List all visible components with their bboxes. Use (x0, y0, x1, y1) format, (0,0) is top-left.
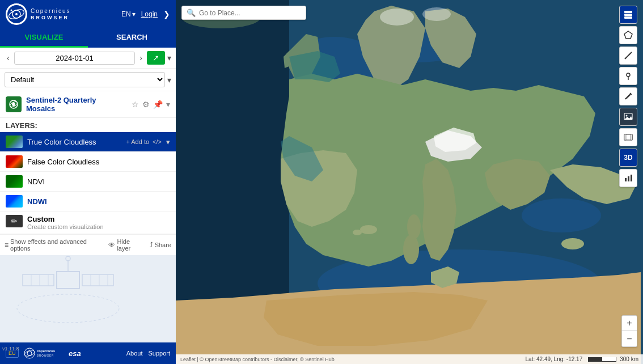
map-scale: 300 km (588, 356, 638, 362)
map-bottom-bar: Leaflet | © OpenStreetMap contributors -… (176, 354, 643, 364)
layer-item-ndvi[interactable]: NDVI (0, 172, 176, 192)
dataset-pin-button[interactable]: 📌 (153, 100, 163, 109)
date-bar: ‹ › ↗ ▾ (0, 48, 176, 69)
svg-point-3 (15, 13, 18, 15)
dataset-sliders-button[interactable]: ⚙ (142, 100, 150, 109)
footer: EU copernicus BROWSER esa About Support (0, 342, 176, 364)
polygon-tool-button[interactable] (619, 26, 637, 44)
layer-name-ndvi: NDVI (27, 177, 170, 186)
svg-point-4 (11, 10, 12, 11)
version-badge: v1.11.8 (0, 345, 22, 353)
default-select[interactable]: Default (5, 72, 165, 87)
hide-layer-link[interactable]: 👁 Hide layer (108, 238, 142, 252)
brand-name: Copernicus BROWSER (31, 8, 71, 21)
layer-item-ndwi[interactable]: NDWI (0, 192, 176, 211)
dataset-name: Sentinel-2 QuarterlyMosaics (26, 96, 127, 113)
layer-item-true-color[interactable]: True Color Cloudless + Add to </> ▾ (0, 132, 176, 152)
tabs: VISUALIZE SEARCH (0, 28, 176, 48)
about-link[interactable]: About (126, 350, 143, 357)
layer-thumb-ndvi (6, 175, 23, 188)
layer-thumb-custom: ✏ (6, 215, 23, 227)
svg-point-20 (24, 348, 35, 358)
layer-dropdown-true-color[interactable]: ▾ (166, 138, 170, 146)
svg-rect-70 (625, 178, 627, 181)
logo-area: Copernicus BROWSER (6, 3, 71, 25)
scale-bar (588, 357, 616, 362)
svg-rect-72 (631, 175, 632, 181)
tab-search[interactable]: SEARCH (88, 28, 176, 48)
svg-rect-8 (57, 272, 79, 289)
date-dropdown-button[interactable]: ▾ (167, 53, 171, 62)
svg-point-49 (561, 238, 584, 249)
layer-item-custom[interactable]: ✏ Custom Create custom visualization (0, 211, 176, 234)
svg-rect-57 (624, 14, 632, 16)
svg-line-60 (625, 52, 632, 59)
image-tool-button[interactable] (619, 108, 637, 126)
zoom-in-button[interactable]: + (621, 315, 637, 331)
default-bar: Default ▾ (0, 69, 176, 91)
svg-rect-69 (631, 134, 632, 140)
svg-rect-58 (624, 16, 632, 19)
map-svg (176, 0, 643, 364)
layer-name-true-color: True Color Cloudless (27, 138, 121, 146)
dataset-dropdown-button[interactable]: ▾ (166, 100, 170, 109)
layer-name-false-color: False Color Cloudless (27, 158, 170, 166)
svg-point-29 (522, 198, 601, 232)
search-icon: 🔍 (187, 9, 196, 17)
config-button[interactable]: ▾ (167, 75, 171, 84)
layer-add-button[interactable]: + Add to </> (126, 138, 162, 145)
map-area[interactable]: 🔍 3D + − Lea (176, 0, 643, 364)
tab-visualize[interactable]: VISUALIZE (0, 28, 88, 48)
svg-point-51 (360, 225, 377, 234)
svg-point-61 (627, 73, 630, 77)
3d-tool-button[interactable]: 3D (619, 149, 637, 167)
date-input[interactable] (14, 52, 136, 65)
copernicus-footer-logo: copernicus BROWSER (23, 347, 63, 359)
layer-item-false-color[interactable]: False Color Cloudless (0, 152, 176, 172)
svg-rect-10 (82, 274, 113, 286)
zoom-out-button[interactable]: − (621, 331, 637, 347)
pin-tool-button[interactable] (619, 67, 637, 85)
map-attribution: Leaflet | © OpenStreetMap contributors -… (180, 357, 335, 362)
esa-logo: esa (67, 347, 84, 359)
map-coords: Lat: 42.49, Lng: -12.17 (526, 356, 583, 362)
language-button[interactable]: EN ▾ (121, 10, 136, 18)
dataset-star-button[interactable]: ☆ (132, 100, 139, 109)
chart-tool-button[interactable] (619, 169, 637, 187)
footer-links: About Support (126, 350, 170, 357)
svg-text:copernicus: copernicus (37, 349, 56, 353)
header-right: EN ▾ Login ❯ (121, 10, 170, 19)
login-button[interactable]: Login (141, 10, 158, 18)
svg-line-63 (630, 93, 632, 95)
scale-label: 300 km (620, 356, 638, 362)
support-link[interactable]: Support (148, 350, 170, 357)
svg-text:BROWSER: BROWSER (37, 354, 54, 357)
zoom-controls: + − (621, 315, 637, 347)
sidebar: Copernicus BROWSER EN ▾ Login ❯ VISUALIZ… (0, 0, 176, 364)
svg-point-18 (66, 256, 70, 261)
date-go-button[interactable]: ↗ (147, 51, 165, 65)
map-toolbar: 3D (619, 6, 637, 187)
layer-thumb-true-color (6, 136, 23, 148)
svg-point-54 (422, 7, 451, 21)
svg-marker-59 (624, 31, 632, 39)
satellite-illustration-area (0, 255, 176, 342)
film-tool-button[interactable] (619, 128, 637, 146)
map-search-input[interactable] (199, 9, 301, 17)
svg-text:esa: esa (69, 349, 81, 358)
svg-point-47 (403, 235, 419, 264)
date-next-button[interactable]: › (137, 52, 145, 64)
svg-point-6 (12, 103, 15, 106)
line-tool-button[interactable] (619, 46, 637, 65)
share-link[interactable]: ⤴ Share (150, 241, 171, 249)
header: Copernicus BROWSER EN ▾ Login ❯ (0, 0, 176, 28)
svg-point-53 (380, 9, 414, 26)
svg-marker-66 (624, 116, 632, 120)
effects-link[interactable]: ≡ Show effects and advanced options (5, 238, 101, 252)
layer-thumb-false-color (6, 155, 23, 168)
collapse-sidebar-button[interactable]: ❯ (163, 10, 170, 19)
edit-tool-button[interactable] (619, 87, 637, 105)
layers-tool-button[interactable] (619, 6, 637, 24)
date-prev-button[interactable]: ‹ (5, 52, 12, 64)
svg-rect-71 (628, 176, 629, 181)
